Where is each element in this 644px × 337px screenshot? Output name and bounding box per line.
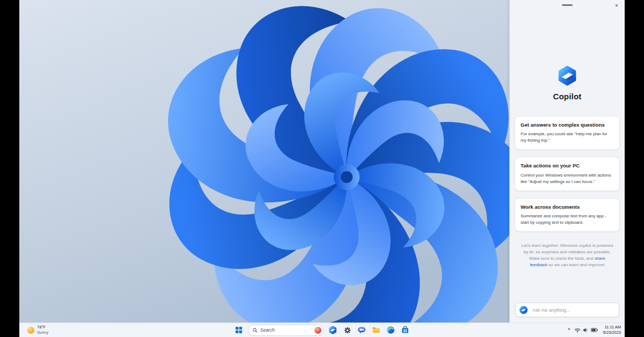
start-button[interactable]: [233, 325, 244, 335]
ask-anything-bar[interactable]: [515, 303, 619, 317]
copilot-logo-icon: [557, 65, 577, 86]
search-highlight-icon: [314, 327, 321, 334]
folder-icon: [372, 326, 380, 334]
tray-status-button[interactable]: [574, 323, 598, 337]
file-explorer-taskbar-button[interactable]: [371, 325, 382, 335]
search-label: Search: [260, 327, 275, 333]
microsoft-store-icon: [401, 326, 409, 334]
system-tray: ^: [568, 323, 621, 337]
copilot-icon: [328, 326, 337, 334]
card-title: Get answers to complex questions: [521, 122, 614, 128]
card-work-across-documents: Work across documents Summarize and comp…: [515, 198, 620, 232]
date-label: 5/23/2023: [603, 330, 621, 335]
panel-drag-handle-icon[interactable]: [562, 4, 573, 6]
tray-overflow-chevron-icon[interactable]: ^: [568, 327, 570, 332]
store-taskbar-button[interactable]: [400, 325, 411, 335]
chat-icon: [357, 326, 366, 334]
taskbar: 78°F Sunny: [19, 323, 625, 337]
card-title: Take actions on your PC: [521, 163, 614, 169]
desktop[interactable]: [19, 0, 510, 323]
weather-condition: Sunny: [37, 330, 48, 335]
card-complex-questions: Get answers to complex questions For exa…: [515, 116, 620, 150]
settings-gear-icon: [343, 326, 352, 334]
taskbar-center: Search: [233, 323, 411, 337]
copilot-taskbar-button[interactable]: [327, 325, 338, 335]
weather-widget[interactable]: 78°F Sunny: [24, 323, 52, 337]
suggestion-cards: Get answers to complex questions For exa…: [515, 116, 620, 232]
screenshot-root: × Copilot Get answers to complex quest: [0, 0, 644, 337]
time-label: 11:11 AM: [603, 325, 621, 330]
sun-icon: [27, 327, 34, 334]
close-button[interactable]: ×: [612, 1, 621, 10]
wifi-icon: [574, 328, 581, 333]
bloom-wallpaper: [19, 0, 510, 323]
card-title: Work across documents: [521, 204, 614, 210]
search-box[interactable]: Search: [248, 325, 324, 336]
copilot-panel: × Copilot Get answers to complex quest: [509, 0, 625, 323]
battery-icon: [591, 328, 598, 332]
windows-logo-icon: [235, 326, 243, 334]
card-body: Control your Windows environment with ac…: [521, 172, 614, 185]
page-title: Copilot: [510, 92, 625, 101]
ask-me-anything-input[interactable]: [531, 307, 616, 313]
edge-browser-icon: [386, 326, 395, 334]
chat-taskbar-button[interactable]: [356, 325, 367, 335]
windows-desktop-screen: × Copilot Get answers to complex quest: [19, 0, 625, 337]
copilot-badge-icon: [519, 305, 528, 314]
card-body: Summarize and compose text from any app …: [521, 213, 614, 226]
edge-taskbar-button[interactable]: [385, 325, 396, 335]
ai-disclaimer: Let's learn together. Windows copilot is…: [521, 243, 614, 268]
card-body: For example, you could ask "Help me plan…: [521, 131, 614, 144]
clock[interactable]: 11:11 AM 5/23/2023: [602, 325, 621, 335]
settings-taskbar-button[interactable]: [342, 325, 353, 335]
weather-text: 78°F Sunny: [37, 325, 48, 335]
search-icon: [253, 328, 258, 333]
card-take-actions: Take actions on your PC Control your Win…: [515, 157, 620, 191]
weather-temperature: 78°F: [37, 325, 48, 330]
volume-icon: [583, 327, 589, 333]
close-icon: ×: [615, 3, 618, 9]
disclaimer-text: so we can learn and improve!: [547, 262, 605, 267]
